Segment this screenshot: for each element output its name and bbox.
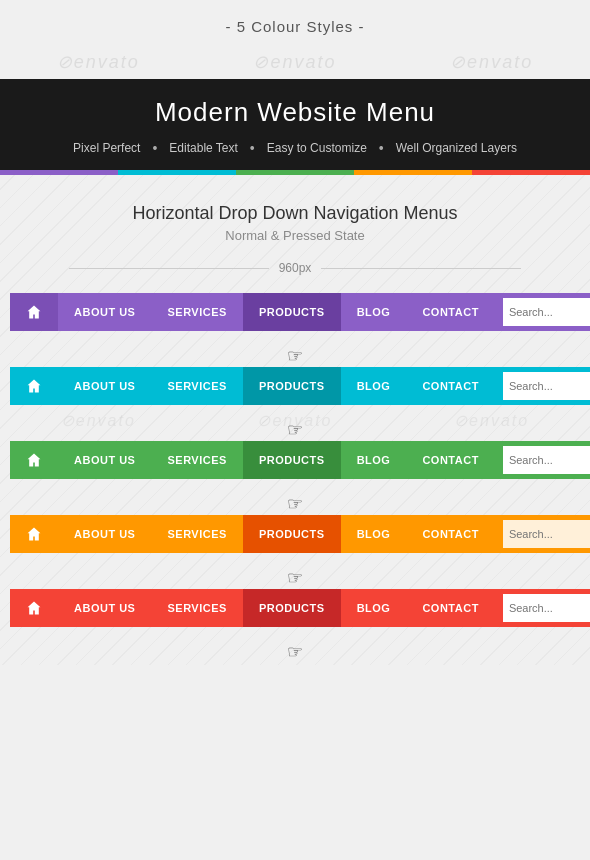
services-orange[interactable]: SERVICES: [151, 515, 242, 553]
nav-wrapper-orange: ABOUT US SERVICES PRODUCTS BLOG CONTACT …: [0, 515, 590, 571]
search-input-green[interactable]: [503, 446, 590, 474]
search-wrap-cyan: 🔍: [495, 367, 590, 405]
blog-red[interactable]: BLOG: [341, 589, 407, 627]
search-input-orange[interactable]: [503, 520, 590, 548]
section-title: Horizontal Drop Down Navigation Menus: [0, 203, 590, 224]
nav-menu-orange: ABOUT US SERVICES PRODUCTS BLOG CONTACT …: [10, 515, 580, 553]
nav-wrapper-purple: ABOUT US SERVICES PRODUCTS BLOG CONTACT …: [0, 293, 590, 349]
services-red[interactable]: SERVICES: [151, 589, 242, 627]
about-us-red[interactable]: ABOUT US: [58, 589, 151, 627]
home-button-orange[interactable]: [10, 515, 58, 553]
search-wrap-green: 🔍: [495, 441, 590, 479]
nav-menu-green: ABOUT US SERVICES PRODUCTS BLOG CONTACT …: [10, 441, 580, 479]
cursor-red: ☞: [287, 641, 303, 663]
services-cyan[interactable]: SERVICES: [151, 367, 242, 405]
blog-green[interactable]: BLOG: [341, 441, 407, 479]
products-red[interactable]: PRODUCTS: [243, 589, 341, 627]
nav-wrapper-cyan: ABOUT US SERVICES PRODUCTS BLOG CONTACT …: [0, 367, 590, 423]
about-us-orange[interactable]: ABOUT US: [58, 515, 151, 553]
top-label: - 5 Colour Styles -: [0, 0, 590, 45]
about-us-green[interactable]: ABOUT US: [58, 441, 151, 479]
search-input-red[interactable]: [503, 594, 590, 622]
contact-purple[interactable]: CONTACT: [406, 293, 494, 331]
search-wrap-orange: 🔍: [495, 515, 590, 553]
feature-customize: Easy to Customize: [257, 141, 377, 155]
search-input-cyan[interactable]: [503, 372, 590, 400]
products-purple[interactable]: PRODUCTS: [243, 293, 341, 331]
products-cyan[interactable]: PRODUCTS: [243, 367, 341, 405]
cursor-green: ☞: [287, 493, 303, 515]
search-wrap-purple: 🔍: [495, 293, 590, 331]
about-us-cyan[interactable]: ABOUT US: [58, 367, 151, 405]
feature-layers: Well Organized Layers: [386, 141, 527, 155]
px-label: 960px: [269, 261, 322, 275]
section-subtitle: Normal & Pressed State: [0, 228, 590, 243]
cursor-orange: ☞: [287, 567, 303, 589]
home-button-cyan[interactable]: [10, 367, 58, 405]
nav-wrapper-red: ABOUT US SERVICES PRODUCTS BLOG CONTACT …: [0, 589, 590, 645]
blog-cyan[interactable]: BLOG: [341, 367, 407, 405]
feature-editable: Editable Text: [159, 141, 248, 155]
home-button-green[interactable]: [10, 441, 58, 479]
about-us-purple[interactable]: ABOUT US: [58, 293, 151, 331]
contact-green[interactable]: CONTACT: [406, 441, 494, 479]
nav-menu-red: ABOUT US SERVICES PRODUCTS BLOG CONTACT …: [10, 589, 580, 627]
nav-wrapper-green: ABOUT US SERVICES PRODUCTS BLOG CONTACT …: [0, 441, 590, 497]
home-button-purple[interactable]: [10, 293, 58, 331]
cursor-purple: ☞: [287, 345, 303, 367]
blog-purple[interactable]: BLOG: [341, 293, 407, 331]
contact-cyan[interactable]: CONTACT: [406, 367, 494, 405]
watermark-top: ⊘envato ⊘envato ⊘envato: [0, 45, 590, 79]
services-green[interactable]: SERVICES: [151, 441, 242, 479]
px-label-row: 960px: [0, 261, 590, 275]
contact-red[interactable]: CONTACT: [406, 589, 494, 627]
home-button-red[interactable]: [10, 589, 58, 627]
contact-orange[interactable]: CONTACT: [406, 515, 494, 553]
products-orange[interactable]: PRODUCTS: [243, 515, 341, 553]
header-features: Pixel Perfect • Editable Text • Easy to …: [0, 140, 590, 170]
services-purple[interactable]: SERVICES: [151, 293, 242, 331]
search-wrap-red: 🔍: [495, 589, 590, 627]
blog-orange[interactable]: BLOG: [341, 515, 407, 553]
header-title: Modern Website Menu: [0, 97, 590, 140]
search-input-purple[interactable]: [503, 298, 590, 326]
products-green[interactable]: PRODUCTS: [243, 441, 341, 479]
nav-menu-purple: ABOUT US SERVICES PRODUCTS BLOG CONTACT …: [10, 293, 580, 331]
nav-menu-cyan: ABOUT US SERVICES PRODUCTS BLOG CONTACT …: [10, 367, 580, 405]
header-banner: Modern Website Menu Pixel Perfect • Edit…: [0, 79, 590, 175]
cursor-cyan: ☞: [287, 419, 303, 441]
middle-section: ⊘envato ⊘envato ⊘envato Horizontal Drop …: [0, 175, 590, 665]
feature-pixel: Pixel Perfect: [63, 141, 150, 155]
